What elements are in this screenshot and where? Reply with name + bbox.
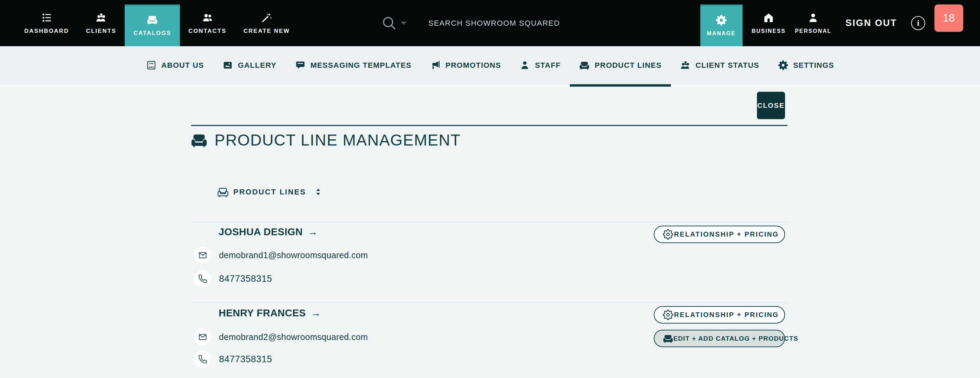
nav-item-clients[interactable]: CLIENTS [78,0,125,46]
tab-label: CLIENT STATUS [695,61,759,70]
magic-wand-icon [261,12,272,23]
armchair-outline-icon [217,186,229,198]
edit-add-catalog-products-button[interactable]: EDIT + ADD CATALOG + PRODUCTS [654,330,785,347]
armchair-icon [146,14,158,25]
account-tab-personal[interactable]: PERSONAL [795,12,832,34]
arrow-right-icon: → [311,307,321,319]
account-label: MANAGE [707,30,736,37]
list-header: PRODUCT LINES [217,186,323,198]
phone-value: 8477358315 [219,273,272,284]
armchair-icon [579,60,590,70]
nav-item-contacts[interactable]: CONTACTS [180,0,235,46]
mail-icon [198,332,207,342]
mail-icon [198,251,207,260]
app-window: DASHBOARD CLIENTS CATALOGS CONTACTS CREA… [0,0,980,378]
tab-label: ABOUT US [161,61,204,70]
nav-item-catalogs[interactable]: CATALOGS [125,5,180,46]
email-value: demobrand2@showroomsquared.com [219,332,368,342]
page-title: PRODUCT LINE MANAGEMENT [215,131,461,149]
relationship-pricing-button[interactable]: RELATIONSHIP + PRICING [654,306,785,324]
search-input[interactable] [428,19,648,28]
email-row[interactable]: demobrand1@showroomsquared.com [194,246,368,264]
people-group-icon [680,60,691,70]
contacts-people-icon [202,12,213,23]
nav-label: CATALOGS [133,30,171,37]
phone-icon-bubble [194,270,211,287]
product-line-link-joshua-design[interactable]: JOSHUA DESIGN → [219,226,318,238]
global-search [381,0,648,46]
armchair-icon [663,333,673,344]
storefront-icon [146,60,157,70]
section-tabs: ABOUT US GALLERY MESSAGING TEMPLATES PRO… [0,46,980,87]
email-value: demobrand1@showroomsquared.com [219,250,368,260]
phone-row[interactable]: 8477358315 [194,351,272,368]
page-header: PRODUCT LINE MANAGEMENT [191,131,461,149]
account-tab-manage[interactable]: MANAGE [700,5,743,46]
close-button[interactable]: CLOSE [757,92,785,119]
tab-promotions[interactable]: PROMOTIONS [421,46,510,84]
tab-label: MESSAGING TEMPLATES [310,61,412,70]
nav-item-create-new[interactable]: CREATE NEW [235,0,299,46]
relationship-pricing-button[interactable]: RELATIONSHIP + PRICING [654,226,785,243]
triangle-down-icon[interactable] [399,19,408,27]
account-label: BUSINESS [752,28,786,34]
tab-client-status[interactable]: CLIENT STATUS [671,46,768,84]
gear-outline-icon [663,229,673,240]
armchair-icon [191,132,208,149]
header-divider [191,125,788,126]
row-divider [191,222,788,222]
row-divider [191,302,788,303]
primary-nav: DASHBOARD CLIENTS CATALOGS CONTACTS CREA… [16,0,299,46]
notification-badge[interactable]: 18 [934,5,963,32]
email-icon-bubble [194,246,211,264]
person-icon [519,60,530,70]
gear-icon [778,60,789,70]
home-icon [763,12,775,24]
nav-label: CONTACTS [188,28,226,35]
product-line-link-henry-frances[interactable]: HENRY FRANCES → [219,307,321,319]
search-icon[interactable] [381,15,398,32]
nav-label: CLIENTS [86,28,116,35]
person-icon [807,12,819,24]
account-label: PERSONAL [795,28,832,34]
tab-about-us[interactable]: ABOUT US [137,46,213,84]
email-row[interactable]: demobrand2@showroomsquared.com [194,328,368,345]
dashboard-list-icon [41,12,52,23]
account-tab-business[interactable]: BUSINESS [752,12,786,34]
tab-label: PROMOTIONS [445,61,501,70]
button-label: RELATIONSHIP + PRICING [673,311,780,319]
info-icon[interactable]: i [911,16,925,30]
arrow-right-icon: → [308,226,318,238]
tab-gallery[interactable]: GALLERY [213,46,286,84]
list-header-label: PRODUCT LINES [233,187,306,197]
tab-label: PRODUCT LINES [595,61,661,70]
nav-item-dashboard[interactable]: DASHBOARD [16,0,78,46]
clients-people-icon [95,12,107,23]
nav-label: DASHBOARD [24,28,69,35]
tab-staff[interactable]: STAFF [510,46,570,84]
nav-label: CREATE NEW [243,28,290,35]
tab-label: STAFF [535,61,561,70]
tab-label: GALLERY [238,61,277,70]
button-label: RELATIONSHIP + PRICING [673,230,780,238]
account-nav: MANAGE BUSINESS PERSONAL SIGN OUT i 18 [700,0,963,46]
email-icon-bubble [194,328,211,345]
gear-icon [716,14,727,26]
tab-product-lines[interactable]: PRODUCT LINES [570,46,671,84]
phone-row[interactable]: 8477358315 [194,270,272,287]
product-line-name: HENRY FRANCES [219,308,306,319]
chat-bubble-icon [295,60,305,70]
phone-icon [198,274,207,284]
phone-icon-bubble [194,351,211,368]
button-label: EDIT + ADD CATALOG + PRODUCTS [673,335,799,342]
product-line-name: JOSHUA DESIGN [219,226,303,238]
top-navigation-bar: DASHBOARD CLIENTS CATALOGS CONTACTS CREA… [0,0,980,46]
phone-icon [198,355,207,364]
tab-settings[interactable]: SETTINGS [768,46,844,84]
tab-messaging-templates[interactable]: MESSAGING TEMPLATES [286,46,421,84]
phone-value: 8477358315 [219,354,272,365]
image-icon [223,60,233,70]
gear-outline-icon [663,310,673,320]
sort-arrows-icon[interactable] [313,187,323,197]
sign-out-button[interactable]: SIGN OUT [845,18,897,29]
